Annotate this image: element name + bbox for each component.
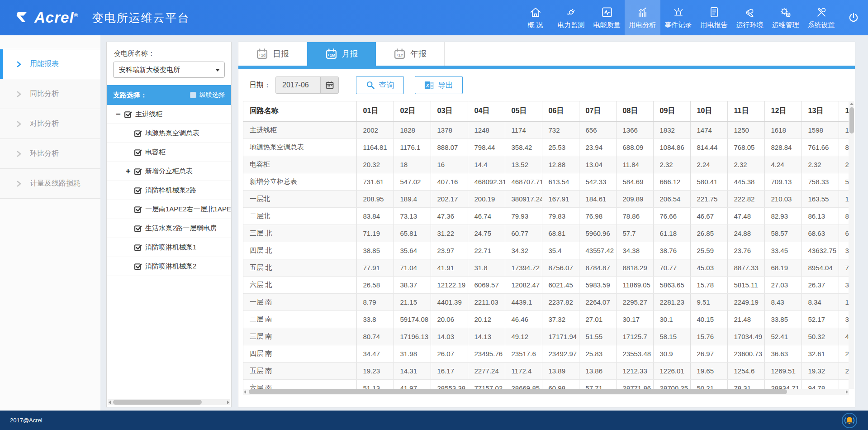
table-cell: 34.32 [505,242,542,259]
expand-plus-icon[interactable]: + [126,167,134,176]
table-cell: 79.93 [505,207,542,225]
acrel-logo-icon [14,9,31,26]
nav-item-1[interactable]: 概 况 [517,0,553,35]
cascade-checkbox[interactable]: 级联选择 [190,91,225,99]
checkbox-checked-icon[interactable] [134,148,142,157]
table-cell [839,379,849,389]
tree-item-9[interactable]: 消防喷淋机械泵2 [107,257,231,276]
table-cell: 2264.07 [579,293,616,311]
table-cell: 13.04 [579,156,616,173]
checkbox-checked-icon[interactable] [124,110,133,119]
table-cell: 83.84 [356,207,394,225]
tree-item-7[interactable]: 生活水泵2路一层弱电房 [107,219,231,238]
table-cell: 28669.85 [505,379,542,389]
tree-item-8[interactable]: 消防喷淋机械泵1 [107,238,231,257]
scroll-left-arrow-icon[interactable] [244,390,246,394]
sidebar-item-2[interactable]: 同比分析 [0,79,100,109]
nav-item-3[interactable]: 电能质量 [589,0,625,35]
table-cell: 30.17 [616,311,653,328]
table-cell: 542.33 [579,173,616,190]
scroll-left-arrow-icon[interactable] [109,401,111,404]
checkbox-checked-icon[interactable] [134,167,142,176]
tree-item-4[interactable]: +新增分立柜总表 [107,162,231,181]
row-name-cell: 电容柜 [243,156,356,173]
nav-item-4[interactable]: 用电分析 [625,0,660,35]
table-cell: 23492.97 [542,345,579,362]
table-cell: 1378 [431,121,468,139]
tree-item-label: 消防栓机械泵2路 [145,186,196,195]
tree-item-2[interactable]: 地源热泵空调总表 [107,124,231,143]
collapse-minus-icon[interactable]: − [116,110,124,119]
branch-tree-hscrollbar[interactable] [108,399,230,405]
table-cell: 13.86 [579,362,616,379]
table-row: 二层北83.8473.1347.3646.7479.9379.8376.9878… [243,207,849,225]
scrollbar-thumb[interactable] [249,389,787,394]
tree-item-1[interactable]: −主进线柜 [107,105,231,124]
sidebar-item-3[interactable]: 对比分析 [0,109,100,139]
scroll-right-arrow-icon[interactable] [846,390,848,394]
logout-power-button[interactable] [839,0,868,35]
table-cell: 86.13 [802,207,839,225]
calendar-picker-button[interactable] [320,77,338,93]
sidebar-item-4[interactable]: 环比分析 [0,139,100,169]
table-cell: 22.71 [468,242,505,259]
checkbox-checked-icon[interactable] [134,129,142,138]
table-cell: 76.98 [579,207,616,225]
row-name-cell: 二层北 [243,207,356,225]
table-cell: 28700.25 [653,379,690,389]
table-cell: 189.4 [394,190,431,207]
checkbox-checked-icon[interactable] [134,262,142,271]
table-cell: 26.97 [690,345,727,362]
export-button[interactable]: X 导出 [415,76,463,94]
table-hscrollbar[interactable] [243,389,849,395]
nav-item-7[interactable]: 运行环境 [732,0,768,35]
tab-monthly-report[interactable]: +1M月报 [307,42,376,66]
tab-yearly-report[interactable]: +1Y年报 [376,42,445,66]
tree-item-3[interactable]: 电容柜 [107,143,231,162]
top-nav: 概 况电力监测电能质量用电分析事件记录用电报告运行环境运维管理系统设置 [517,0,839,35]
report-table: 回路名称01日02日03日04日05日06日07日08日09日10日11日12日… [243,101,849,389]
table-vscrollbar[interactable] [849,101,854,389]
nav-item-2[interactable]: 电力监测 [553,0,589,35]
table-cell: 1250 [727,121,764,139]
sidebar-item-1[interactable]: 用能报表 [0,49,100,79]
table-cell: 1832 [653,121,690,139]
alarm-bell-icon[interactable] [841,412,858,429]
tab-daily-report[interactable]: +1d日报 [238,42,307,66]
scrollbar-thumb[interactable] [113,400,202,405]
table-cell: 32.61 [802,345,839,362]
table-cell: 28934.71 [764,379,802,389]
checkbox-checked-icon[interactable] [134,243,142,252]
table-cell: 30.9 [653,345,690,362]
table-row: 电容柜20.32181614.413.5212.8813.0411.842.32… [243,156,849,173]
table-cell: 28771.86 [616,379,653,389]
table-cell: 80.74 [356,328,394,345]
table-cell: 26.85 [690,225,727,242]
nav-item-5[interactable]: 事件记录 [660,0,696,35]
table-header-row: 回路名称01日02日03日04日05日06日07日08日09日10日11日12日… [243,101,849,121]
sidebar-item-5[interactable]: 计量及线路损耗 [0,169,100,199]
tree-item-5[interactable]: 消防栓机械泵2路 [107,181,231,200]
sidebar-item-label: 同比分析 [30,89,59,99]
tree-item-6[interactable]: 一层南1APE2右一层北1APE1左 [107,200,231,219]
nav-item-9[interactable]: 系统设置 [803,0,839,35]
table-cell: 814.44 [690,139,727,156]
nav-item-8[interactable]: 运维管理 [768,0,803,35]
tree-item-label: 生活水泵2路一层弱电房 [145,224,217,233]
table-cell: 34.38 [616,242,653,259]
scroll-right-arrow-icon[interactable] [227,401,229,404]
checkbox-checked-icon[interactable] [134,205,142,214]
scrollbar-thumb[interactable] [849,107,854,134]
nav-item-6[interactable]: 用电报告 [696,0,732,35]
checkbox-checked-icon[interactable] [134,186,142,195]
table-cell: 21.15 [394,293,431,311]
query-button[interactable]: 查询 [356,76,404,94]
station-select[interactable]: 安科瑞新大楼变电所 [113,62,225,78]
table-cell: 163.55 [802,190,839,207]
table-row: 一层 南8.7921.154401.392211.034439.12237.82… [243,293,849,311]
table-cell: 19.23 [356,362,394,379]
date-input[interactable]: 2017-06 [275,76,339,94]
column-header: 回路名称 [243,101,356,121]
checkbox-checked-icon[interactable] [134,224,142,233]
scroll-up-arrow-icon[interactable] [850,103,854,105]
